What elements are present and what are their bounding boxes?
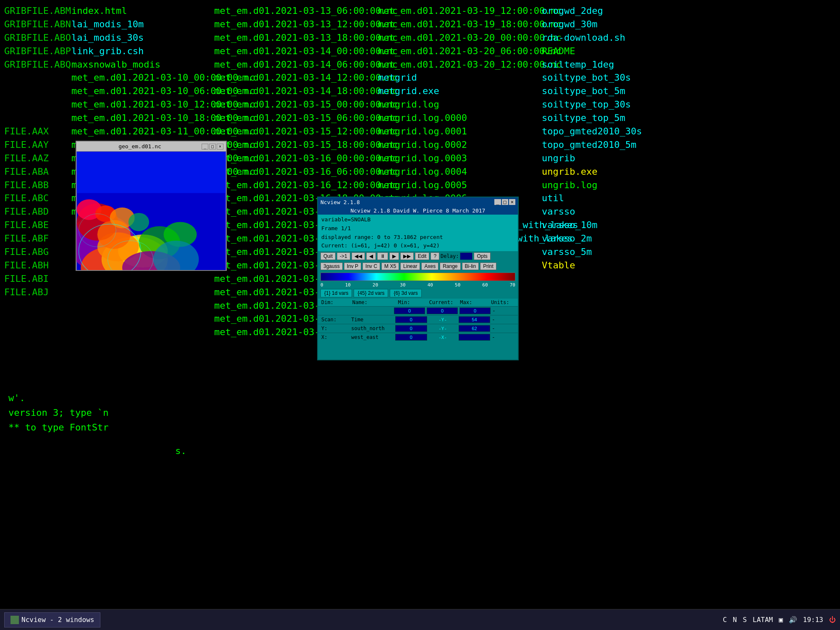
ncview-variable: variable=SNOALB	[321, 215, 514, 224]
min-input-scan[interactable]	[395, 316, 427, 323]
geo-minimize-button[interactable]: _	[202, 144, 208, 150]
mx5-button[interactable]: M X5	[381, 262, 399, 270]
ncview-close-button[interactable]: ×	[509, 199, 515, 205]
inv-c-button[interactable]: Inv C	[362, 262, 380, 270]
taskbar-item-label: Ncview - 2 windows	[21, 616, 94, 624]
edit-button[interactable]: Edit	[415, 252, 430, 260]
table-row: Scan: Time -Y- -	[318, 315, 518, 324]
tray-power-icon[interactable]: ⏻	[829, 616, 836, 624]
geo-em-window: geo_em.d01.nc _ □ ×	[76, 141, 227, 271]
svg-point-17	[129, 213, 149, 231]
play-button[interactable]: ▶	[389, 252, 399, 260]
print-button[interactable]: Print	[480, 262, 496, 270]
ncview-controls-row1: Quit ->1 ◀◀ ◀ ⏸ ▶ ▶▶ Edit ? Delay: Opts	[318, 251, 518, 261]
range-button[interactable]: Range	[440, 262, 460, 270]
file-col5: orogwd_2deg orogwd_30m rda-download.sh R…	[542, 4, 676, 374]
goto1-button[interactable]: ->1	[337, 252, 350, 260]
ncview-range: displayed range: 0 to 73.1862 percent	[321, 233, 514, 242]
quit-button[interactable]: Quit	[320, 252, 336, 260]
tray-s: S	[743, 616, 747, 624]
tab-2d-vars[interactable]: {45} 2d vars	[354, 289, 388, 297]
tray-display-icon: ▣	[779, 616, 783, 624]
ncview-titlebar: Ncview 2.1.8 _ □ ×	[318, 197, 518, 207]
axes-button[interactable]: Axes	[421, 262, 438, 270]
bilin-button[interactable]: Bi-lin	[462, 262, 479, 270]
current-input-row0[interactable]	[427, 307, 458, 314]
tab-1d-vars[interactable]: {1} 1d vars	[320, 289, 352, 297]
rewind-fast-button[interactable]: ◀◀	[352, 252, 365, 260]
forward-fast-button[interactable]: ▶▶	[400, 252, 414, 260]
system-tray: C N S LATAM ▣ 🔊 19:13 ⏻	[723, 616, 836, 624]
geo-close-button[interactable]: ×	[217, 144, 223, 150]
linear-button[interactable]: Linear	[400, 262, 420, 270]
ncview-taskbar-icon	[10, 616, 19, 624]
delay-label: Delay:	[441, 253, 459, 259]
ncview-main-title: Ncview 2.1.8 David W. Pierce 8 March 201…	[318, 207, 518, 215]
tray-n: N	[733, 616, 737, 624]
tray-time: 19:13	[803, 616, 823, 624]
ncview-colorbar	[320, 273, 515, 281]
tray-latam: LATAM	[753, 616, 773, 624]
ncview-table-header: Dim: Name: Min: Current: Max: Units:	[318, 299, 518, 306]
table-row: X: west_east -X- -	[318, 333, 518, 341]
taskbar-ncview-item[interactable]: Ncview - 2 windows	[4, 612, 100, 627]
ncview-current: Current: (i=61, j=42) 0 (x=61, y=42)	[321, 242, 514, 250]
ncview-colorbar-labels: 0 10 20 30 40 50 60 70	[318, 282, 518, 288]
opts-button[interactable]: Opts	[474, 252, 490, 260]
ncview-minimize-button[interactable]: _	[494, 199, 501, 205]
table-row: -	[318, 306, 518, 315]
pause-button[interactable]: ⏸	[377, 252, 388, 260]
min-input-y[interactable]	[395, 325, 427, 332]
taskbar: Ncview - 2 windows C N S LATAM ▣ 🔊 19:13…	[0, 609, 840, 630]
delay-input[interactable]	[460, 252, 472, 260]
svg-rect-13	[77, 152, 226, 193]
file-col1: GRIBFILE.ABM GRIBFILE.ABN GRIBFILE.ABO G…	[4, 4, 71, 374]
min-input-row0[interactable]	[394, 307, 425, 314]
ncview-controls-row2: 3gauss Inv P Inv C M X5 Linear Axes Rang…	[318, 261, 518, 271]
max-input-y[interactable]	[459, 325, 490, 332]
min-input-x[interactable]	[395, 334, 427, 341]
max-input-row0[interactable]	[459, 307, 491, 314]
geo-window-title: geo_em.d01.nc	[79, 143, 201, 150]
ncview-tabs: {1} 1d vars {45} 2d vars {6} 3d vars	[318, 288, 518, 299]
ncview-frame: Frame 1/1	[321, 224, 514, 233]
max-input-scan[interactable]	[459, 316, 490, 323]
geo-maximize-button[interactable]: □	[209, 144, 216, 150]
rewind-button[interactable]: ◀	[366, 252, 376, 260]
ncview-window: Ncview 2.1.8 _ □ × Ncview 2.1.8 David W.…	[317, 197, 519, 360]
max-input-x[interactable]	[459, 334, 490, 341]
inv-p-button[interactable]: Inv P	[344, 262, 361, 270]
geo-window-titlebar: geo_em.d01.nc _ □ ×	[76, 142, 226, 152]
tray-volume-icon[interactable]: 🔊	[789, 616, 797, 624]
ncview-title-text: Ncview 2.1.8	[320, 199, 360, 205]
tab-3d-vars[interactable]: {6} 3d vars	[390, 289, 421, 297]
tray-c: C	[723, 616, 727, 624]
terminal-output: w'. version 3; type `n ** to type FontSt…	[0, 378, 319, 504]
geo-map-canvas	[76, 152, 226, 270]
ncview-info-area: variable=SNOALB Frame 1/1 displayed rang…	[318, 215, 518, 251]
help-button[interactable]: ?	[430, 252, 439, 260]
table-row: Y: south_north -Y- -	[318, 324, 518, 333]
ncview-maximize-button[interactable]: □	[502, 199, 508, 205]
3gauss-button[interactable]: 3gauss	[320, 262, 343, 270]
